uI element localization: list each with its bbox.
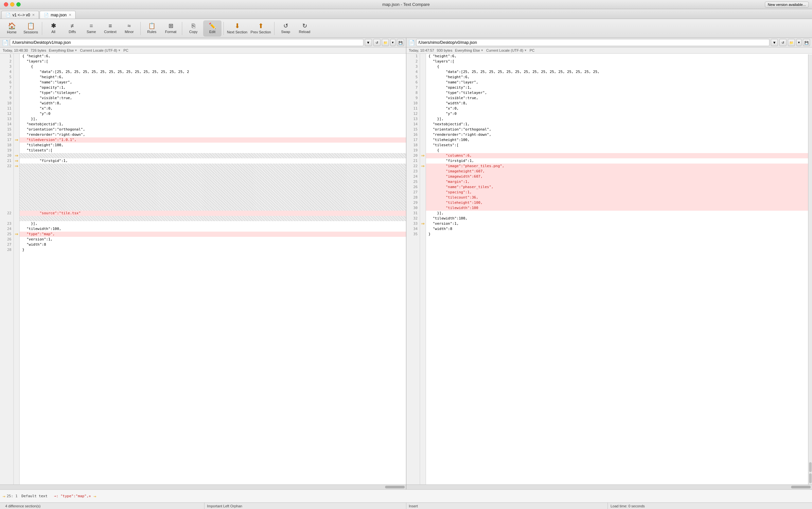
gutter-cell bbox=[14, 69, 19, 75]
left-sync-button[interactable]: ↺ bbox=[373, 39, 380, 46]
gutter-cell bbox=[14, 237, 19, 242]
format-button[interactable]: ⊞ Format bbox=[162, 20, 180, 37]
code-line: "nextobjectid":1, bbox=[426, 122, 812, 127]
reload-button[interactable]: ↻ Reload bbox=[296, 20, 314, 37]
status-orphan-type: Important Left Orphan bbox=[204, 503, 406, 509]
tab-v1-v0[interactable]: 📄 v1 <--> v0 ✕ bbox=[1, 11, 39, 19]
code-line: "width":8, bbox=[426, 101, 812, 106]
status-insert-type: Insert bbox=[406, 503, 608, 509]
gutter-cell bbox=[420, 158, 426, 164]
code-line: "data":[25, 25, 25, 25, 25, 25, 25, 25, … bbox=[20, 69, 406, 75]
prev-section-button[interactable]: ⬆ Prev Section bbox=[249, 20, 272, 37]
right-encoding-dropdown[interactable]: Everything Else ▼ bbox=[455, 48, 483, 52]
left-folder-button[interactable]: 📁 bbox=[382, 39, 389, 46]
tab-map-json-icon: 📄 bbox=[44, 13, 49, 18]
gutter-cell bbox=[420, 90, 426, 96]
reload-icon: ↻ bbox=[302, 23, 307, 29]
right-timestamp: Today, 10:47:57 bbox=[409, 48, 434, 52]
toolbar-separator-5 bbox=[274, 22, 274, 35]
swap-button[interactable]: ↺ Swap bbox=[276, 20, 295, 37]
right-path-chevron[interactable]: ▼ bbox=[771, 39, 778, 46]
right-encoding-arrow: ▼ bbox=[481, 49, 483, 52]
copy-button[interactable]: ⎘ Copy bbox=[184, 20, 203, 37]
code-line: "width":8, bbox=[20, 101, 406, 106]
right-scroll-thumb[interactable] bbox=[791, 486, 811, 488]
tab-v1-v0-close[interactable]: ✕ bbox=[32, 13, 35, 17]
edit-button[interactable]: ✏️ Edit bbox=[203, 20, 222, 37]
gutter-cell bbox=[420, 101, 426, 106]
right-charset-dropdown[interactable]: Current Locale (UTF-8) ▼ bbox=[486, 48, 527, 52]
left-save-button[interactable]: 💾 bbox=[397, 39, 404, 46]
diffs-button[interactable]: ≠ Diffs bbox=[63, 20, 81, 37]
all-button[interactable]: ✱ All bbox=[44, 20, 63, 37]
left-code-content[interactable]: { "height":6, "layers":[ { "data":[25, 2… bbox=[20, 54, 406, 484]
gutter-cell bbox=[420, 205, 426, 211]
tab-map-json-close[interactable]: ✕ bbox=[69, 13, 71, 17]
line-number bbox=[0, 184, 13, 190]
right-file-path[interactable] bbox=[416, 39, 770, 46]
gutter-cell bbox=[14, 54, 19, 59]
home-button[interactable]: 🏠 Home bbox=[3, 20, 21, 37]
code-line: "tilesets":[ bbox=[20, 148, 406, 153]
code-line bbox=[20, 195, 406, 200]
gutter-cell bbox=[14, 195, 19, 200]
right-folder-chevron[interactable]: ▼ bbox=[796, 39, 802, 46]
line-number: 22 bbox=[0, 164, 13, 169]
code-line: "height":6, bbox=[426, 75, 812, 80]
left-encoding-dropdown[interactable]: Everything Else ▼ bbox=[49, 48, 77, 52]
code-line: "margin":1, bbox=[426, 179, 812, 184]
right-save-button[interactable]: 💾 bbox=[803, 39, 810, 46]
left-file-path[interactable] bbox=[10, 39, 364, 46]
left-charset-dropdown[interactable]: Current Locale (UTF-8) ▼ bbox=[80, 48, 121, 52]
rules-button[interactable]: 📋 Rules bbox=[143, 20, 161, 37]
gutter-cell bbox=[14, 226, 19, 232]
close-button[interactable] bbox=[4, 2, 8, 6]
rules-icon: 📋 bbox=[148, 23, 156, 29]
diffs-icon: ≠ bbox=[71, 23, 74, 29]
code-line: "name":"layer", bbox=[20, 80, 406, 85]
right-sync-button[interactable]: ↺ bbox=[779, 39, 786, 46]
context-button[interactable]: ≡ Context bbox=[101, 20, 120, 37]
context-icon: ≡ bbox=[109, 23, 112, 29]
toolbar-separator-3 bbox=[182, 22, 182, 35]
next-section-button[interactable]: ⬇ Next Section bbox=[226, 20, 249, 37]
split-container: 📄 ▼ ↺ 📁 ▼ 💾 Today, 10:48:30 726 bytes Ev… bbox=[0, 38, 812, 489]
gutter-cell bbox=[420, 190, 426, 195]
window-title: map.json - Text Compare bbox=[382, 2, 430, 7]
line-number: 34 bbox=[406, 226, 420, 232]
right-scrollbar[interactable] bbox=[406, 484, 812, 489]
left-line-numbers: 1234567891011121314151617181920212222232… bbox=[0, 54, 14, 484]
left-folder-chevron[interactable]: ▼ bbox=[390, 39, 396, 46]
sessions-button[interactable]: 📋 Sessions bbox=[22, 20, 40, 37]
right-minimap[interactable] bbox=[808, 54, 812, 484]
code-line: "tiledversion":"1.0.1", bbox=[20, 137, 406, 143]
same-button[interactable]: = Same bbox=[82, 20, 100, 37]
gutter-arrow: ⇒ bbox=[15, 137, 18, 143]
same-label: Same bbox=[87, 30, 96, 34]
line-number: 11 bbox=[406, 106, 420, 111]
right-code-content[interactable]: { "height":6, "layers":[ { "data":[25, 2… bbox=[426, 54, 812, 484]
line-number: 14 bbox=[0, 122, 13, 127]
home-icon: 🏠 bbox=[8, 23, 16, 29]
minimize-button[interactable] bbox=[10, 2, 14, 6]
tab-map-json[interactable]: 📄 map.json ✕ bbox=[40, 11, 75, 19]
code-line bbox=[20, 184, 406, 190]
gutter-cell bbox=[420, 85, 426, 90]
gutter-cell bbox=[14, 101, 19, 106]
right-minimap-thumb[interactable] bbox=[809, 462, 812, 472]
right-minimap-thumb2[interactable] bbox=[809, 473, 812, 483]
left-scroll-thumb[interactable] bbox=[385, 486, 405, 488]
fullscreen-button[interactable] bbox=[16, 2, 21, 6]
left-scrollbar[interactable] bbox=[0, 484, 406, 489]
right-code-area: 1234567891011121314151617181920212223242… bbox=[406, 54, 812, 484]
gutter-cell bbox=[420, 184, 426, 190]
code-line: } bbox=[20, 247, 406, 252]
minor-button[interactable]: ≈ Minor bbox=[120, 20, 138, 37]
left-path-chevron[interactable]: ▼ bbox=[365, 39, 372, 46]
line-number: 9 bbox=[0, 96, 13, 101]
line-number: 13 bbox=[0, 116, 13, 122]
new-version-button[interactable]: New version available... bbox=[765, 2, 809, 7]
code-line: "name":"phaser_tiles", bbox=[426, 184, 812, 190]
right-folder-button[interactable]: 📁 bbox=[788, 39, 795, 46]
gutter-arrow: ⇒ bbox=[15, 158, 18, 164]
